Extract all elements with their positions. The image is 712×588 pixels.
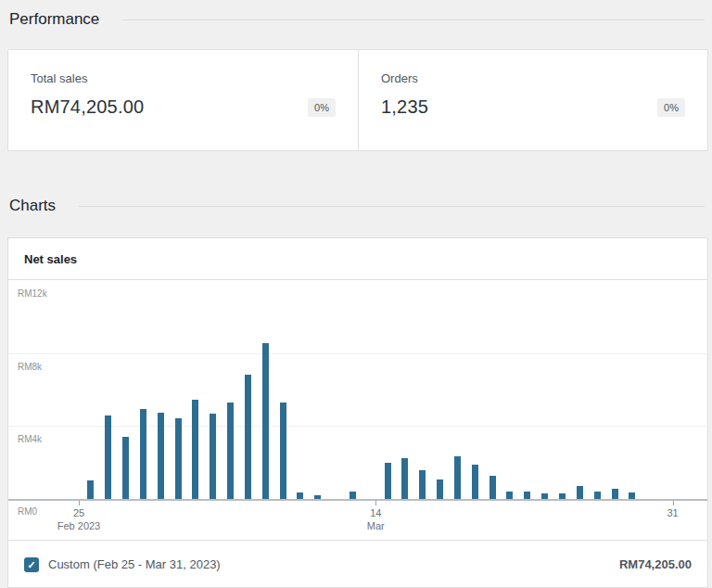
total-sales-card[interactable]: Total sales RM74,205.00 0% [8,50,358,150]
chart-bar[interactable] [524,492,530,499]
chart-bar[interactable] [385,463,391,499]
net-sales-title: Net sales [24,252,77,266]
chart-bar[interactable] [280,403,286,499]
chart-bar[interactable] [506,492,513,499]
total-sales-label: Total sales [31,71,336,85]
legend-total-value: RM74,205.00 [619,557,692,571]
chart-bar[interactable] [577,486,583,499]
total-sales-value: RM74,205.00 [31,96,144,118]
chart-bar[interactable] [87,480,94,499]
chart-bar[interactable] [175,418,182,499]
orders-delta-badge: 0% [657,98,685,117]
x-axis-label: 14 [370,507,381,518]
x-axis-label: 25 [73,507,84,518]
x-axis-sublabel: Feb 2023 [57,520,100,531]
chart-bar[interactable] [245,375,251,499]
x-tick-mark [673,501,674,505]
charts-header-rule [79,206,705,207]
performance-header-rule [122,19,705,20]
y-axis-label: RM12k [18,288,47,299]
chart-bar[interactable] [437,479,443,499]
chart-bar[interactable] [105,415,111,499]
net-sales-card: Net sales RM4kRM8kRM12k RM025Feb 202314M… [7,237,708,588]
chart-bar[interactable] [629,492,635,499]
chart-bar[interactable] [262,343,269,499]
chart-bar[interactable] [140,409,146,499]
x-tick-mark [375,501,376,505]
legend-label: Custom (Feb 25 - Mar 31, 2023) [48,557,221,571]
chart-bar[interactable] [490,476,496,499]
chart-bar[interactable] [472,465,478,499]
chart-bar[interactable] [227,403,234,499]
summary-panel: Total sales RM74,205.00 0% Orders 1,235 … [7,49,708,151]
chart-bar[interactable] [419,470,426,499]
x-axis: RM025Feb 202314Mar31 [8,499,707,540]
chart-bar[interactable] [401,458,408,499]
y-gridline [8,353,707,354]
chart-bar[interactable] [192,400,198,499]
y-gridline [8,426,707,427]
orders-label: Orders [381,71,685,85]
chart-bar[interactable] [158,413,164,499]
y-axis-label: RM8k [18,362,42,372]
performance-section-title: Performance [9,8,99,31]
total-sales-delta-badge: 0% [308,98,336,117]
orders-value: 1,235 [381,96,428,118]
chart-legend: ✓ Custom (Feb 25 - Mar 31, 2023) RM74,20… [8,540,707,588]
charts-section-title: Charts [9,195,56,217]
orders-card[interactable]: Orders 1,235 0% [358,50,707,150]
chart-bar[interactable] [612,489,618,499]
y-axis-label: RM4k [18,434,42,444]
chart-bar[interactable] [122,437,129,499]
check-icon: ✓ [27,559,35,570]
chart-bar[interactable] [297,492,303,499]
x-axis-sublabel: Mar [367,520,385,531]
chart-bar[interactable] [594,492,601,499]
x-axis-label: 31 [667,507,678,518]
charts-section-header: Charts [9,195,705,217]
legend-item-custom[interactable]: ✓ Custom (Feb 25 - Mar 31, 2023) [24,557,221,572]
chart-bar[interactable] [210,414,216,499]
legend-checkbox-checked[interactable]: ✓ [24,557,39,572]
net-sales-plot: RM4kRM8kRM12k [8,280,707,499]
x-tick-mark [79,501,80,505]
performance-section-header: Performance [9,8,705,31]
net-sales-card-header: Net sales [8,238,707,280]
y-axis-label: RM0 [18,506,37,517]
chart-bar[interactable] [350,492,356,499]
chart-bar[interactable] [454,456,461,499]
